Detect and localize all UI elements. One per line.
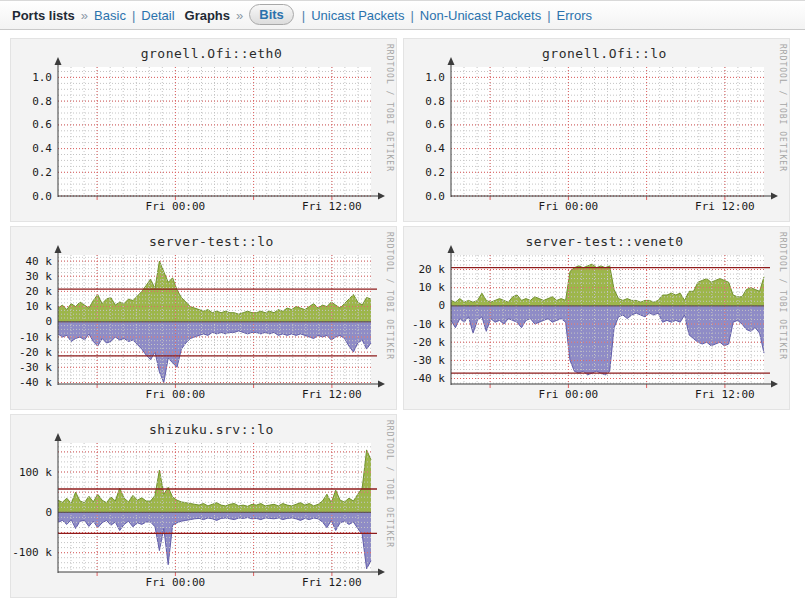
graph-title: server-test::lo xyxy=(11,234,396,249)
svg-text:0.8: 0.8 xyxy=(32,95,52,108)
rrd-graph-image: 100 k0-100 kFri 00:00Fri 12:00 xyxy=(11,415,398,599)
pipe-separator: | xyxy=(547,8,550,23)
svg-text:-20 k: -20 k xyxy=(412,336,445,349)
graph-title: shizuku.srv::lo xyxy=(11,422,396,437)
svg-text:0.4: 0.4 xyxy=(32,142,52,155)
rrdtool-watermark: RRDTOOL / TOBI OETIKER xyxy=(385,232,394,360)
svg-text:0.8: 0.8 xyxy=(425,95,445,108)
svg-text:0.0: 0.0 xyxy=(32,190,52,203)
graph-panel-server-test-lo[interactable]: 40 k30 k20 k10 k0-10 k-20 k-30 k-40 kFri… xyxy=(10,226,397,410)
graphs-label: Graphs xyxy=(185,8,231,23)
nav-link-unicast-packets[interactable]: Unicast Packets xyxy=(311,8,404,23)
pipe-separator: | xyxy=(132,8,135,23)
rrd-graph-image: 20 k10 k0-10 k-20 k-30 k-40 kFri 00:00Fr… xyxy=(404,227,791,411)
svg-text:1.0: 1.0 xyxy=(32,71,52,84)
nav-link-non-unicast-packets[interactable]: Non-Unicast Packets xyxy=(420,8,541,23)
graph-title: server-test::venet0 xyxy=(404,234,789,249)
svg-text:30 k: 30 k xyxy=(26,270,53,283)
svg-text:-40 k: -40 k xyxy=(19,376,52,389)
svg-text:Fri 12:00: Fri 12:00 xyxy=(695,388,755,401)
svg-text:Fri 12:00: Fri 12:00 xyxy=(695,200,755,213)
graph-panel-server-test-venet0[interactable]: 20 k10 k0-10 k-20 k-30 k-40 kFri 00:00Fr… xyxy=(403,226,790,410)
graph-panel-shizuku-srv-lo[interactable]: 100 k0-100 kFri 00:00Fri 12:00shizuku.sr… xyxy=(10,414,397,598)
rrd-graph-image: 1.00.80.60.40.20.0Fri 00:00Fri 12:00 xyxy=(404,39,791,223)
nav-link-basic[interactable]: Basic xyxy=(94,8,126,23)
graphs-grid: 1.00.80.60.40.20.0Fri 00:00Fri 12:00gron… xyxy=(0,30,805,610)
svg-text:40 k: 40 k xyxy=(26,255,53,268)
svg-text:1.0: 1.0 xyxy=(425,71,445,84)
breadcrumb: Ports lists » Basic | Detail Graphs » Bi… xyxy=(0,0,805,30)
svg-text:0.2: 0.2 xyxy=(32,166,52,179)
rrdtool-watermark: RRDTOOL / TOBI OETIKER xyxy=(385,44,394,172)
raquo-separator: » xyxy=(81,8,88,23)
svg-text:0.4: 0.4 xyxy=(425,142,445,155)
rrdtool-watermark: RRDTOOL / TOBI OETIKER xyxy=(778,44,787,172)
graph-panel-gronell-ofi-lo[interactable]: 1.00.80.60.40.20.0Fri 00:00Fri 12:00gron… xyxy=(403,38,790,222)
graph-title: gronell.Ofi::eth0 xyxy=(11,46,396,61)
svg-text:Fri 00:00: Fri 00:00 xyxy=(146,388,206,401)
rrdtool-watermark: RRDTOOL / TOBI OETIKER xyxy=(385,420,394,548)
svg-text:0: 0 xyxy=(45,506,52,519)
svg-text:Fri 00:00: Fri 00:00 xyxy=(539,388,599,401)
svg-text:20 k: 20 k xyxy=(419,263,446,276)
raquo-separator: » xyxy=(236,8,243,23)
ports-graphs-page: Ports lists » Basic | Detail Graphs » Bi… xyxy=(0,0,805,612)
svg-text:-100 k: -100 k xyxy=(12,546,52,559)
pipe-separator: | xyxy=(302,8,305,23)
svg-text:-40 k: -40 k xyxy=(412,372,445,385)
svg-text:0.6: 0.6 xyxy=(425,118,445,131)
svg-text:Fri 00:00: Fri 00:00 xyxy=(146,200,206,213)
svg-text:-10 k: -10 k xyxy=(19,331,52,344)
rrd-graph-image: 1.00.80.60.40.20.0Fri 00:00Fri 12:00 xyxy=(11,39,398,223)
svg-text:Fri 12:00: Fri 12:00 xyxy=(302,576,362,589)
nav-link-errors[interactable]: Errors xyxy=(557,8,592,23)
tab-bits-active[interactable]: Bits xyxy=(249,4,294,25)
svg-text:20 k: 20 k xyxy=(26,285,53,298)
svg-text:Fri 12:00: Fri 12:00 xyxy=(302,200,362,213)
svg-text:0.2: 0.2 xyxy=(425,166,445,179)
svg-text:-30 k: -30 k xyxy=(412,354,445,367)
rrdtool-watermark: RRDTOOL / TOBI OETIKER xyxy=(778,232,787,360)
svg-text:-10 k: -10 k xyxy=(412,318,445,331)
rrd-graph-image: 40 k30 k20 k10 k0-10 k-20 k-30 k-40 kFri… xyxy=(11,227,398,411)
pipe-separator: | xyxy=(410,8,413,23)
graph-title: gronell.Ofi::lo xyxy=(404,46,789,61)
svg-text:0.6: 0.6 xyxy=(32,118,52,131)
svg-text:-30 k: -30 k xyxy=(19,361,52,374)
svg-text:0: 0 xyxy=(438,299,445,312)
ports-lists-label: Ports lists xyxy=(12,8,75,23)
svg-text:Fri 12:00: Fri 12:00 xyxy=(302,388,362,401)
svg-text:Fri 00:00: Fri 00:00 xyxy=(146,576,206,589)
svg-text:100 k: 100 k xyxy=(19,466,52,479)
svg-text:Fri 00:00: Fri 00:00 xyxy=(539,200,599,213)
svg-text:10 k: 10 k xyxy=(26,300,53,313)
svg-text:0: 0 xyxy=(45,315,52,328)
svg-text:-20 k: -20 k xyxy=(19,346,52,359)
graph-panel-gronell-ofi-eth0[interactable]: 1.00.80.60.40.20.0Fri 00:00Fri 12:00gron… xyxy=(10,38,397,222)
nav-link-detail[interactable]: Detail xyxy=(141,8,174,23)
svg-text:0.0: 0.0 xyxy=(425,190,445,203)
svg-text:10 k: 10 k xyxy=(419,281,446,294)
